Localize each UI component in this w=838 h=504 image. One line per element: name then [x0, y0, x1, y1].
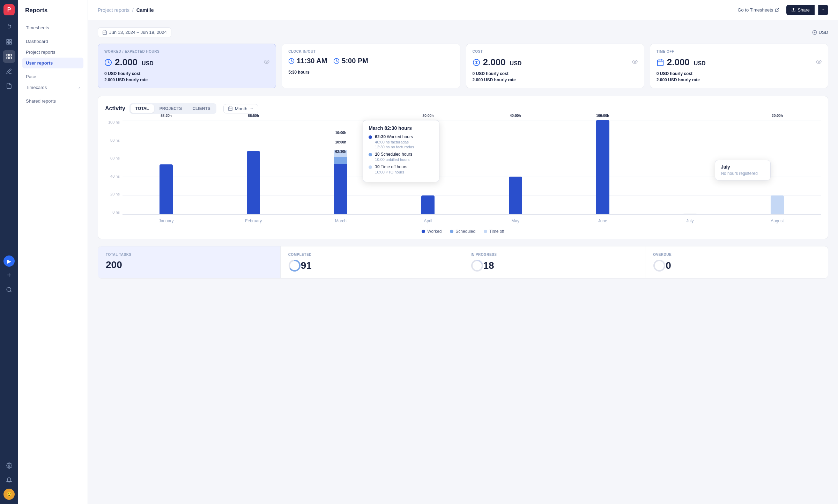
clock-sub: 5:30 hours [288, 70, 453, 75]
sidebar-item-dashboard[interactable]: Dashboard [22, 36, 83, 47]
sidebar-item-timecards[interactable]: Timecards › [22, 82, 83, 93]
march-tooltip: March 82:30 hours 62:30 Worked hours 40:… [363, 120, 439, 182]
reports-icon[interactable] [3, 50, 15, 63]
settings-icon[interactable] [3, 459, 15, 472]
legend-timeoff-label: Time off [489, 229, 504, 234]
worked-label: WORKED / EXPECTED HOURS [104, 50, 269, 53]
bar-label-january: 53:20h [161, 114, 172, 118]
svg-point-5 [8, 465, 10, 467]
tooltip-scheduled-row: 10 Scheduled hours 10:00 unbilled hours [369, 152, 433, 162]
user-avatar[interactable]: 😊 [3, 489, 15, 500]
activity-tabs: TOTAL PROJECTS CLIENTS [129, 103, 216, 114]
currency-toggle[interactable]: USD [812, 30, 828, 35]
legend-worked-dot [422, 230, 425, 233]
bar-label-april: 20:00h [423, 114, 434, 118]
completed-label: COMPLETED [288, 253, 455, 257]
svg-point-16 [266, 61, 267, 62]
bell-icon[interactable] [3, 474, 15, 487]
svg-rect-22 [658, 60, 663, 66]
cost-card: COST 2.000 USD 0 USD hourly cost 2.000 U… [466, 44, 644, 88]
month-selector[interactable]: Month [223, 104, 258, 113]
tab-total[interactable]: TOTAL [131, 104, 154, 113]
completed-card: COMPLETED 91 [281, 246, 463, 278]
overdue-card: OVERDUE 0 [645, 246, 828, 278]
sidebar-item-user-reports[interactable]: User reports [22, 58, 83, 68]
projects-icon[interactable] [3, 36, 15, 48]
breadcrumb-parent[interactable]: Project reports [98, 7, 129, 13]
bar-january[interactable]: 53:20h [123, 120, 210, 214]
svg-rect-0 [7, 54, 8, 56]
svg-point-4 [7, 287, 11, 291]
goto-timesheets-button[interactable]: Go to Timesheets [734, 5, 783, 15]
completed-ring [288, 259, 301, 272]
bar-may[interactable]: 40:00h [472, 120, 559, 214]
bar-label-may: 40:00h [510, 114, 521, 118]
left-nav: Reports Timesheets Dashboard Project rep… [18, 0, 88, 504]
bar-label-june: 100:00h [596, 114, 609, 118]
doc-icon[interactable] [3, 80, 15, 92]
svg-line-6 [777, 8, 779, 10]
icon-strip: P ⏱ ▶ + 😊 [0, 0, 18, 504]
total-tasks-value: 200 [106, 259, 273, 270]
svg-rect-1 [10, 54, 12, 56]
completed-value: 91 [301, 260, 312, 271]
timeoff-currency: USD [694, 60, 706, 67]
stats-row: WORKED / EXPECTED HOURS 2.000 USD 0 USD … [98, 44, 828, 88]
nav-title: Reports [18, 7, 88, 21]
timeoff-value: 2.000 [667, 57, 690, 68]
activity-title: Activity [105, 105, 125, 112]
pen-icon[interactable] [3, 65, 15, 77]
svg-rect-2 [10, 57, 12, 59]
search-icon[interactable] [3, 283, 15, 296]
overdue-label: OVERDUE [653, 253, 820, 257]
tab-clients[interactable]: CLIENTS [187, 104, 215, 113]
july-tooltip: July No hours registered [715, 160, 771, 180]
date-bar: Jun 13, 2024 – Jun 19, 2024 USD [98, 27, 828, 37]
chart-legend: Worked Scheduled Time off [105, 229, 821, 234]
bar-label-march-bottom: 62:30h [335, 150, 346, 154]
tooltip-scheduled: 10 Scheduled hours 10:00 unbilled hours [375, 152, 412, 162]
worked-hours-card: WORKED / EXPECTED HOURS 2.000 USD 0 USD … [98, 44, 276, 88]
breadcrumb-current: Camille [136, 7, 154, 13]
in-progress-card: IN PROGRESS 18 [463, 246, 646, 278]
legend-worked-label: Worked [427, 229, 442, 234]
legend-scheduled-dot [450, 230, 453, 233]
activity-header: Activity TOTAL PROJECTS CLIENTS Month [105, 103, 821, 114]
x-label-april: April [384, 218, 472, 223]
app-logo[interactable]: P [3, 4, 15, 15]
worked-currency: USD [142, 60, 154, 67]
sidebar-item-pace[interactable]: Pace [22, 71, 83, 82]
bottom-stats: TOTAL TASKS 200 COMPLETED 91 IN PROGRESS [98, 246, 828, 279]
date-range-picker[interactable]: Jun 13, 2024 – Jun 19, 2024 [98, 27, 171, 37]
eye-icon-cost[interactable] [632, 59, 638, 66]
bar-february[interactable]: 66:50h [210, 120, 297, 214]
tab-projects[interactable]: PROJECTS [155, 104, 187, 113]
timeoff-card: TIME OFF 2.000 USD 0 USD hourly cost 2.0… [650, 44, 828, 88]
clock-pair: 11:30 AM 5:00 PM [288, 57, 453, 68]
share-dropdown-button[interactable] [818, 5, 828, 15]
y-label-40: 40 hs [110, 174, 120, 178]
clock-in-value: 11:30 AM [297, 57, 327, 65]
bar-june[interactable]: 100:00h [559, 120, 646, 214]
sidebar-item-project-reports[interactable]: Project reports [22, 47, 83, 58]
x-label-may: May [472, 218, 559, 223]
legend-timeoff: Time off [484, 229, 504, 234]
bar-label-march-top: 10:00h [335, 131, 346, 135]
timeline-icon[interactable]: ⏱ [3, 21, 15, 34]
currency-label: USD [819, 30, 828, 35]
svg-point-35 [654, 260, 665, 271]
play-button[interactable]: ▶ [3, 255, 15, 267]
content-area: Jun 13, 2024 – Jun 19, 2024 USD WORKED /… [88, 20, 838, 504]
july-tooltip-sub: No hours registered [721, 171, 765, 176]
calendar-small-icon [228, 106, 233, 111]
main-content: Project reports / Camille Go to Timeshee… [88, 0, 838, 504]
sidebar-item-shared-reports[interactable]: Shared reports [22, 96, 83, 106]
add-icon[interactable]: + [3, 269, 15, 281]
x-label-january: January [123, 218, 210, 223]
sidebar-item-timesheets[interactable]: Timesheets [22, 22, 83, 33]
share-button[interactable]: Share [786, 5, 815, 15]
scheduled-dot [369, 153, 372, 156]
chevron-down-icon [250, 106, 254, 111]
eye-icon-worked[interactable] [264, 59, 269, 66]
eye-icon-timeoff[interactable] [816, 59, 822, 66]
